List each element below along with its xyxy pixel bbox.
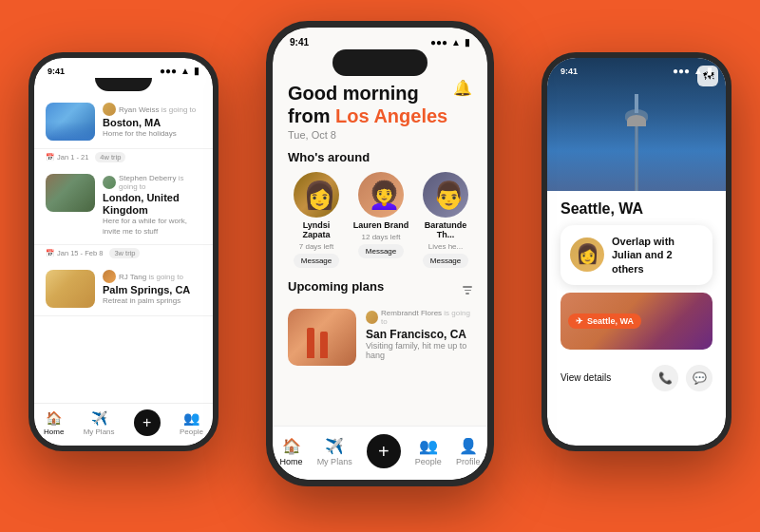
right-signal-icon: ●●● [673,66,690,76]
center-bottom-nav: 🏠 Home ✈️ My Plans + 👥 People 👤 Profile [273,426,487,480]
right-city: Seattle, WA [560,200,712,218]
avatar-baratunde [423,172,468,218]
plan-desc-sf: Visiting family, hit me up to hang [366,341,472,360]
center-nav-profile[interactable]: 👤 Profile [456,437,481,466]
right-phone: 9:41 ●●● ▲ ▮ 🗺 Seattle, WA Overlap withJ… [542,52,732,451]
user-avatar-rj [103,270,116,283]
person-name-lyndsi: Lyndsi Zapata [288,220,345,239]
trip-info-london: Stephen Deberry is going to London, Unit… [103,174,201,237]
trip-card-london[interactable]: Stephen Deberry is going to London, Unit… [34,166,213,245]
bell-icon[interactable]: 🔔 [453,82,472,97]
left-bottom-nav: 🏠 Home ✈️ My Plans + 👥 People [34,403,213,446]
message-btn-baratunde[interactable]: Message [423,254,468,268]
battery-icon: ▮ [194,66,200,76]
trip-dates-boston: 📅 Jan 1 - 21 4w trip [34,149,213,162]
trip-info-boston: Ryan Weiss is going to Boston, MA Home f… [103,103,201,140]
greeting-date: Tue, Oct 8 [288,129,472,141]
whos-around-section: Lyndsi Zapata 7 days left Message Lauren… [288,172,472,268]
trip-dates-london: 📅 Jan 15 - Feb 8 3w trip [34,245,213,258]
notch [95,78,152,91]
trip-image-palm [46,270,95,308]
user-name-ryan: Ryan Weiss is going to [119,105,196,114]
trip-info-palm: RJ Tang is going to Palm Springs, CA Ret… [103,270,201,307]
nav-my-plans[interactable]: ✈️ My Plans [84,410,115,436]
avatar-lyndsi [294,172,339,218]
upcoming-header: Upcoming plans [288,279,472,301]
upcoming-title: Upcoming plans [288,279,384,294]
plan-user-avatar-rembrandt [366,311,378,324]
plan-card-sf[interactable]: Rembrandt Flores is going to San Francis… [288,309,472,366]
message-btn-lauren[interactable]: Message [358,244,404,258]
trip-city-boston: Boston, MA [103,117,201,129]
person-lyndsi[interactable]: Lyndsi Zapata 7 days left Message [288,172,345,268]
center-nav-people[interactable]: 👥 People [415,437,442,466]
center-content: 🔔 Good morning from Los Angeles Tue, Oct… [273,82,487,366]
plan-user-name-rembrandt: Rembrandt Flores is going to [381,309,472,326]
person-lauren[interactable]: Lauren Brand 12 days left Message [352,172,409,268]
trip-city-palm: Palm Springs, CA [103,284,201,296]
trip-city-london: London, United Kingdom [103,192,201,217]
plan-info-sf: Rembrandt Flores is going to San Francis… [366,309,472,360]
user-avatar-ryan [103,103,116,116]
left-phone: 9:41 ●●● ▲ ▮ Ryan Weiss is going to Bost… [28,52,218,451]
nav-home[interactable]: 🏠 Home [44,410,64,436]
dynamic-island [332,49,428,76]
nav-add-button[interactable]: + [134,409,161,436]
view-details-row: View details 📞 💬 [547,359,726,397]
signal-icon: ●●● [160,66,177,76]
center-nav-plans[interactable]: ✈️ My Plans [317,437,352,466]
person-days-lauren: 12 days left [362,233,401,241]
trip-card-boston[interactable]: Ryan Weiss is going to Boston, MA Home f… [34,95,213,149]
person-days-baratunde: Lives he... [428,242,463,251]
center-phone: 9:41 ●●● ▲ ▮ 🔔 Good morning from Los Ang… [266,21,494,486]
view-details-button[interactable]: View details [560,372,611,383]
trip-desc-palm: Retreat in palm springs [103,296,201,306]
center-nav-add[interactable]: + [367,434,401,468]
user-avatar-stephen [103,176,116,189]
center-status-bar: 9:41 ●●● ▲ ▮ [273,28,487,49]
call-button[interactable]: 📞 [652,365,678,391]
right-battery-icon: ▮ [707,66,712,76]
wifi-icon: ▲ [180,66,190,76]
center-time: 9:41 [290,37,309,48]
right-wifi-icon: ▲ [694,66,703,76]
center-nav-home[interactable]: 🏠 Home [280,437,303,466]
person-name-baratunde: Baratunde Th... [417,220,472,239]
right-header-image: 🗺 [547,58,726,191]
plan-image-sf [288,309,356,366]
whos-around-title: Who's around [288,150,472,164]
person-name-lauren: Lauren Brand [353,220,409,230]
overlap-card[interactable]: Overlap withJulian and 2 others [560,225,712,285]
sort-icon[interactable] [463,286,472,294]
left-status-bar: 9:41 ●●● ▲ ▮ [34,58,213,78]
message-button[interactable]: 💬 [686,365,712,391]
seattle-badge-card: ✈ Seattle, WA [560,293,712,350]
trip-image-uk [46,174,95,212]
nav-people[interactable]: 👥 People [180,410,203,436]
plan-city-sf: San Francisco, CA [366,328,472,341]
trip-desc-london: Here for a while for work, invite me to … [103,217,201,237]
message-btn-lyndsi[interactable]: Message [294,254,339,268]
left-time: 9:41 [48,66,65,76]
center-wifi-icon: ▲ [451,37,461,48]
overlap-avatar [570,238,604,272]
upcoming-section: Upcoming plans Rembrandt Flores is going… [288,279,472,366]
right-status-bar: 9:41 ●●● ▲ ▮ [547,58,726,78]
center-battery-icon: ▮ [465,37,470,48]
overlap-text: Overlap withJulian and 2 others [612,235,703,276]
avatar-lauren [358,172,404,218]
trip-image-boston [46,103,95,141]
user-name-rj: RJ Tang is going to [119,273,183,281]
right-time: 9:41 [560,66,578,76]
person-baratunde[interactable]: Baratunde Th... Lives he... Message [417,172,472,268]
right-content: Seattle, WA Overlap withJulian and 2 oth… [547,191,726,359]
greeting: Good morning from Los Angeles [288,82,472,127]
seattle-badge: ✈ Seattle, WA [568,314,641,329]
center-signal-icon: ●●● [430,37,447,48]
user-name-stephen: Stephen Deberry is going to [119,174,201,191]
person-days-lyndsi: 7 days left [299,242,333,251]
trip-card-palm[interactable]: RJ Tang is going to Palm Springs, CA Ret… [34,262,213,316]
trip-desc-boston: Home for the holidays [103,129,201,139]
